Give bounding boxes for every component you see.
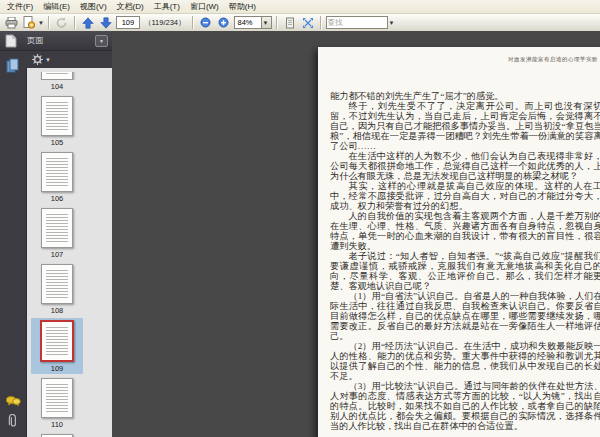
toolbar-separator xyxy=(74,16,76,29)
thumbnail-page-image[interactable] xyxy=(31,72,83,80)
fit-window-button[interactable] xyxy=(300,15,316,30)
export-document-icon xyxy=(23,16,35,29)
comments-icon xyxy=(6,395,21,407)
previous-view-button[interactable] xyxy=(54,15,70,30)
toolbar: ▼ （119/234） xyxy=(0,14,600,32)
thumbnail-page-image[interactable] xyxy=(31,378,83,418)
thumbnail-page-number: 106 xyxy=(31,194,83,203)
attachments-panel-button[interactable] xyxy=(3,411,23,431)
page-icon xyxy=(5,34,17,48)
export-dropdown-caret[interactable]: ▼ xyxy=(38,20,44,26)
nav-icon-strip xyxy=(0,51,26,437)
thumbnail-page-image[interactable] xyxy=(31,264,83,304)
menu-item[interactable]: 帮助(H) xyxy=(224,1,261,13)
menu-item[interactable]: 视图(V) xyxy=(75,1,112,13)
printer-icon xyxy=(5,17,18,29)
paragraph: （2）用“经历法”认识自己。在生活中，成功和失败最能反映一个人的性格、能力的优点… xyxy=(330,341,600,381)
menu-bar: 文件(F) 编辑(E) 视图(V) 文档(D) 工具(T) 窗口(W) 帮助(H… xyxy=(0,0,600,14)
paragraph: 人的自我价值的实现包含着主客观两个方面，人是千差万别的，在生理、心理、性格、气质… xyxy=(330,211,600,251)
paragraph: 在生活中这样的人为数不少，他们会认为自己表现得非常好，在公司每天都很拼命地工作，… xyxy=(330,151,600,181)
paperclip-icon xyxy=(8,414,19,428)
page-thumbnail[interactable]: 105 xyxy=(31,94,83,148)
page-text: 能力都不错的刘先生产生了“屈才”的感觉。 终于，刘先生受不了了，决定离开公司。而… xyxy=(330,91,600,437)
comments-panel-button[interactable] xyxy=(3,391,23,411)
page-thumbnail[interactable]: 106 xyxy=(31,150,83,204)
export-button[interactable] xyxy=(21,15,37,30)
pages-panel-button[interactable] xyxy=(3,55,23,75)
running-head: 对激发潜能富有启迪的心理学实验 xyxy=(508,56,598,63)
expand-arrows-icon xyxy=(302,17,314,29)
paragraph: （1）用“自省法”认识自己。自省是人的一种自我体验，人们在实际生活中，往往通过自… xyxy=(330,291,600,341)
navigation-sidebar: 页面 ▼ xyxy=(0,31,112,437)
panel-options-button[interactable]: ▼ xyxy=(95,35,108,47)
toolbar-separator xyxy=(276,16,278,29)
paragraph: （3）用“比较法”认识自己。通过与同年龄的伙伴在处世方法、对人对事的态度、情感表… xyxy=(330,381,600,431)
print-button[interactable] xyxy=(3,15,19,30)
thumbnail-page-image[interactable] xyxy=(31,152,83,192)
thumbnails-toolbar: ▼ xyxy=(26,51,112,68)
menu-item[interactable]: 窗口(W) xyxy=(185,1,224,13)
zoom-in-icon xyxy=(218,17,229,28)
zoom-out-button[interactable] xyxy=(198,15,214,30)
zoom-dropdown-caret[interactable]: ▼ xyxy=(261,17,271,28)
thumbnails-panel: ▼ 104 xyxy=(26,51,112,437)
content-area: 页面 ▼ xyxy=(0,31,600,437)
menu-item[interactable]: 编辑(E) xyxy=(38,1,75,13)
arrow-up-icon xyxy=(82,17,94,29)
paragraph: 终于，刘先生受不了了，决定离开公司。而上司也没有深切挽留，不过刘先生认为，当自己… xyxy=(330,101,600,151)
zoom-out-icon xyxy=(200,17,211,28)
find-input[interactable] xyxy=(326,16,388,29)
thumbnail-page-image[interactable] xyxy=(31,208,83,248)
thumbnail-page-number: 105 xyxy=(31,138,83,147)
thumbnail-page-number: 107 xyxy=(31,250,83,259)
page-count-label: （119/234） xyxy=(144,18,186,28)
page-thumbnail[interactable]: 104 xyxy=(31,70,83,92)
toolbar-separator xyxy=(48,16,50,29)
pdf-reader-window: 文件(F) 编辑(E) 视图(V) 文档(D) 工具(T) 窗口(W) 帮助(H… xyxy=(0,0,600,437)
menu-item[interactable]: 文档(D) xyxy=(112,1,149,13)
thumbnail-page-number: 110 xyxy=(31,420,83,429)
paragraph: 其实，这样的心理就是拔高自己效应的体现。这样的人在工作中，经常不愿接受批评，过分… xyxy=(330,181,600,211)
gear-icon xyxy=(32,54,43,65)
arrow-down-icon xyxy=(100,17,112,29)
page-scroll-icon xyxy=(284,17,296,29)
find-options-caret[interactable]: ▼ xyxy=(389,20,395,26)
zoom-level-value: 84% xyxy=(235,18,261,27)
page-number-input[interactable] xyxy=(116,16,140,29)
page-thumbnail[interactable]: 111 xyxy=(31,432,83,437)
panel-title: 页面 xyxy=(27,35,95,46)
page-thumbnail[interactable]: 109 xyxy=(31,318,83,374)
thumbnail-options-button[interactable]: ▼ xyxy=(32,54,51,65)
toolbar-separator xyxy=(192,16,194,29)
menu-item[interactable]: 文件(F) xyxy=(2,1,38,13)
thumbnail-page-image[interactable] xyxy=(31,320,83,362)
previous-page-button[interactable] xyxy=(80,15,96,30)
page-thumbnail[interactable]: 110 xyxy=(31,376,83,430)
scrolling-mode-button[interactable] xyxy=(282,15,298,30)
document-view[interactable]: 对激发潜能富有启迪的心理学实验 能力都不错的刘先生产生了“屈才”的感觉。 终于，… xyxy=(112,31,600,437)
toolbar-separator xyxy=(320,16,322,29)
pages-thumbnails-icon xyxy=(6,58,20,73)
thumbnail-page-number: 104 xyxy=(31,82,83,91)
document-page: 对激发潜能富有启迪的心理学实验 能力都不错的刘先生产生了“屈才”的感觉。 终于，… xyxy=(318,47,600,437)
gear-dropdown-caret: ▼ xyxy=(45,57,51,63)
page-thumbnail[interactable]: 107 xyxy=(31,206,83,260)
thumbnails-list[interactable]: 104 105 xyxy=(26,68,112,437)
thumbnail-page-number: 108 xyxy=(31,306,83,315)
thumbnail-page-number: 109 xyxy=(31,364,83,373)
pages-panel-header: 页面 ▼ xyxy=(0,31,112,51)
paragraph: 老子说过：“知人者智，自知者强。”“拔高自己效应”提醒我们，要谦虚谨慎，戒骄戒躁… xyxy=(330,251,600,291)
sidebar-body: ▼ 104 xyxy=(0,51,112,437)
paragraph: 能力都不错的刘先生产生了“屈才”的感觉。 xyxy=(330,91,600,101)
next-page-button[interactable] xyxy=(98,15,114,30)
page-thumbnail[interactable]: 108 xyxy=(31,262,83,316)
zoom-level-select[interactable]: 84% ▼ xyxy=(234,16,272,29)
previous-view-icon xyxy=(55,16,68,29)
thumbnail-page-image[interactable] xyxy=(31,96,83,136)
menu-item[interactable]: 工具(T) xyxy=(149,1,185,13)
zoom-in-button[interactable] xyxy=(216,15,232,30)
